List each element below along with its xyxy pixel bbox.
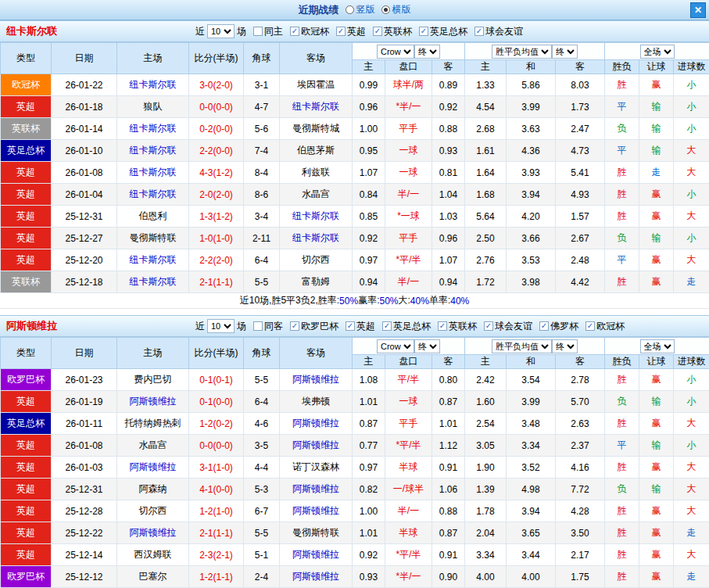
checkbox-label: 球会友谊	[485, 25, 523, 38]
filter-checkbox[interactable]: ✓欧罗巴杯	[290, 320, 338, 333]
titlebar: 近期战绩 竖版 横版 ✕	[0, 0, 709, 20]
table-row: 英超25-12-27曼彻斯特联1-0(1-0)2-11纽卡斯尔联0.92平手0.…	[1, 228, 709, 249]
col-header-type: 类型	[1, 43, 52, 74]
col-header-score: 比分(半场)	[189, 338, 244, 369]
match-type-badge: 英超	[1, 391, 52, 413]
filter-checkbox[interactable]: ✓欧冠杯	[585, 320, 625, 333]
checkbox-unchecked-icon[interactable]	[253, 27, 263, 36]
goals-result-badge: 大	[674, 500, 709, 522]
table-row: 英超25-12-31伯恩利1-3(1-2)3-4纽卡斯尔联0.85*一球1.03…	[1, 206, 709, 228]
filter-checkbox[interactable]: ✓佛罗杯	[539, 320, 578, 333]
avg-odds-select[interactable]: 胜平负均值	[492, 45, 552, 59]
handicap-away-odds: 0.87	[432, 391, 465, 413]
match-date: 26-01-22	[52, 74, 117, 96]
checkbox-checked-icon[interactable]: ✓	[585, 321, 595, 331]
avg-win-odds: 3.05	[465, 435, 507, 457]
avg-win-odds: 1.68	[465, 184, 507, 206]
avg-draw-odds: 3.65	[507, 522, 556, 544]
filter-checkbox[interactable]: ✓球会友谊	[474, 25, 523, 38]
radio-checked-icon[interactable]	[381, 5, 390, 14]
avg-lose-odds: 5.70	[556, 391, 605, 413]
match-date: 25-12-31	[52, 206, 117, 228]
avg-final-select[interactable]: 终	[552, 339, 578, 353]
matches-table: 类型日期主场比分(半场)角球客场Crow终胜平负均值终全场主盘口客主和客胜负让球…	[0, 337, 709, 588]
checkbox-unchecked-icon[interactable]	[253, 321, 263, 331]
filter-checkbox[interactable]: 同主	[253, 25, 283, 38]
avg-win-odds: 1.33	[465, 74, 507, 96]
checkbox-checked-icon[interactable]: ✓	[346, 321, 355, 331]
filter-checkbox[interactable]: ✓英足总杯	[382, 320, 431, 333]
avg-odds-select[interactable]: 胜平负均值	[492, 339, 552, 353]
odds-final-select[interactable]: 终	[414, 339, 440, 353]
filter-checkbox[interactable]: ✓英超	[346, 320, 375, 333]
result-badge: 胜	[605, 413, 639, 435]
avg-win-odds: 2.68	[465, 118, 507, 140]
filter-checkbox[interactable]: ✓英联杯	[373, 25, 412, 38]
table-row: 英超25-12-28切尔西1-2(1-0)6-7阿斯顿维拉1.00半/一0.88…	[1, 500, 709, 522]
checkbox-label: 佛罗杯	[550, 320, 578, 333]
handicap-away-odds: 0.91	[432, 457, 465, 479]
filter-checkbox[interactable]: ✓欧冠杯	[290, 25, 329, 38]
avg-draw-odds: 3.66	[507, 228, 556, 249]
goals-result-badge: 小	[674, 391, 709, 413]
radio-unchecked-icon[interactable]	[346, 5, 354, 14]
handicap-away-odds: 0.80	[432, 369, 465, 391]
home-team: 巴塞尔	[117, 566, 189, 588]
match-date: 26-01-18	[52, 96, 117, 118]
layout-radio-vertical[interactable]: 竖版	[346, 3, 375, 16]
layout-radio-horizontal[interactable]: 横版	[381, 3, 411, 16]
team-section: 阿斯顿维拉近10场同客✓欧罗巴杯✓英超✓英足总杯✓英联杯✓球会友谊✓佛罗杯✓欧冠…	[0, 315, 709, 588]
home-team: 阿斯顿维拉	[117, 391, 189, 413]
filter-checkbox[interactable]: ✓英超	[336, 25, 366, 38]
corner-count: 3-4	[244, 206, 280, 228]
filter-checkbox[interactable]: ✓英足总杯	[419, 25, 467, 38]
home-team: 纽卡斯尔联	[117, 249, 189, 271]
match-type-badge: 英足总杯	[1, 140, 52, 162]
filter-checkbox[interactable]: 同客	[253, 320, 283, 333]
avg-final-select[interactable]: 终	[552, 45, 578, 59]
handicap-home-odds: 0.77	[353, 435, 385, 457]
handicap-line: 半/一	[385, 184, 432, 206]
odds-selects-cell: Crow终	[353, 43, 465, 60]
checkbox-checked-icon[interactable]: ✓	[290, 321, 299, 331]
handicap-home-odds: 1.00	[353, 118, 385, 140]
away-team: 富勒姆	[280, 271, 353, 293]
odds-company-select[interactable]: Crow	[377, 339, 414, 353]
checkbox-checked-icon[interactable]: ✓	[539, 321, 549, 331]
summary-segment: 50%	[339, 296, 358, 307]
filter-checkbox[interactable]: ✓英联杯	[438, 320, 477, 333]
filter-near-label: 近	[195, 320, 205, 333]
handicap-away-odds: 1.12	[432, 435, 465, 457]
checkbox-checked-icon[interactable]: ✓	[382, 321, 392, 331]
checkbox-checked-icon[interactable]: ✓	[419, 27, 428, 36]
checkbox-checked-icon[interactable]: ✓	[290, 27, 299, 36]
handicap-away-odds: 1.04	[432, 184, 465, 206]
match-score: 2-3(2-1)	[189, 544, 244, 566]
handicap-away-odds: 0.94	[432, 271, 465, 293]
match-date: 26-01-04	[52, 184, 117, 206]
col-header-goals: 进球数	[674, 60, 709, 74]
team-section: 纽卡斯尔联近10场同主✓欧冠杯✓英超✓英联杯✓英足总杯✓球会友谊类型日期主场比分…	[0, 20, 709, 309]
result-badge: 胜	[605, 74, 639, 96]
avg-draw-odds: 3.99	[507, 96, 556, 118]
checkbox-checked-icon[interactable]: ✓	[474, 27, 484, 36]
match-score: 2-1(1-1)	[189, 271, 244, 293]
recent-count-select[interactable]: 10	[207, 319, 235, 333]
checkbox-checked-icon[interactable]: ✓	[336, 27, 346, 36]
col-header-let-result: 让球	[639, 60, 674, 74]
avg-draw-odds: 3.94	[507, 500, 556, 522]
close-button[interactable]: ✕	[690, 2, 706, 18]
scope-select[interactable]: 全场	[640, 45, 675, 59]
corner-count: 4-7	[244, 96, 280, 118]
recent-count-select[interactable]: 10	[207, 24, 235, 38]
checkbox-checked-icon[interactable]: ✓	[438, 321, 447, 331]
checkbox-checked-icon[interactable]: ✓	[373, 27, 382, 36]
scope-select[interactable]: 全场	[640, 339, 675, 353]
filter-checkbox[interactable]: ✓球会友谊	[484, 320, 532, 333]
result-badge: 胜	[605, 522, 639, 544]
odds-final-select[interactable]: 终	[414, 45, 440, 59]
avg-win-odds: 1.72	[465, 271, 507, 293]
handicap-result-badge: 输	[639, 118, 674, 140]
checkbox-checked-icon[interactable]: ✓	[484, 321, 493, 331]
odds-company-select[interactable]: Crow	[377, 45, 414, 59]
